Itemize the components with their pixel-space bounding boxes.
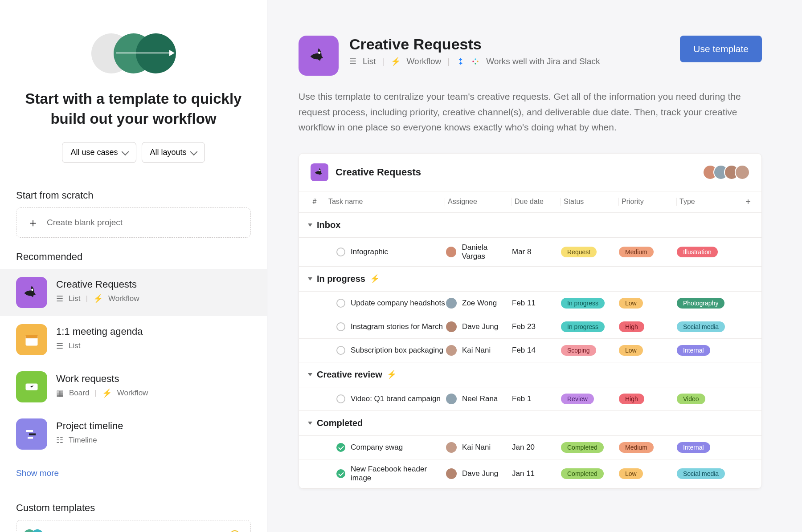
table-header: # Task name Assignee Due date Status Pri…: [299, 191, 761, 213]
template-meta: ☷Timeline: [56, 435, 251, 445]
due-date-cell[interactable]: Jan 11: [512, 469, 561, 478]
layout-icon: ☰: [56, 341, 63, 351]
status-pill[interactable]: Request: [561, 247, 597, 257]
status-pill[interactable]: Completed: [561, 442, 604, 453]
due-date-cell[interactable]: Jan 20: [512, 443, 561, 452]
layout-icon: ☰: [56, 294, 63, 304]
template-icon: [16, 418, 47, 450]
section-header[interactable]: Inbox: [299, 213, 761, 238]
table-row[interactable]: Instagram stories for MarchDave JungFeb …: [299, 315, 761, 339]
svg-rect-4: [26, 430, 33, 432]
table-row[interactable]: InfographicDaniela VargasMar 8RequestMed…: [299, 238, 761, 267]
type-pill[interactable]: Photography: [677, 298, 724, 309]
assignee-cell[interactable]: Dave Jung: [445, 321, 512, 333]
assignee-cell[interactable]: Kai Nani: [445, 441, 512, 454]
template-item[interactable]: Work requests▦Board|⚡Workflow: [0, 363, 267, 410]
avatar: [445, 344, 458, 357]
assignee-cell[interactable]: Daniela Vargas: [445, 243, 512, 261]
type-pill[interactable]: Internal: [677, 442, 710, 453]
project-title: Creative Requests: [336, 167, 700, 178]
task-name: Instagram stories for March: [351, 322, 443, 331]
section-header[interactable]: Creative review⚡: [299, 362, 761, 387]
priority-pill[interactable]: High: [619, 394, 644, 404]
create-custom-template-button[interactable]: Create and share your own project: [16, 520, 251, 532]
status-pill[interactable]: Review: [561, 394, 594, 404]
template-name: 1:1 meeting agenda: [56, 326, 251, 337]
avatar: [445, 246, 457, 258]
filter-layouts[interactable]: All layouts: [142, 142, 205, 163]
priority-pill[interactable]: Medium: [619, 442, 654, 453]
complete-checkbox[interactable]: [336, 443, 345, 452]
table-row[interactable]: New Facebook header imageDave JungJan 11…: [299, 459, 761, 488]
member-avatars[interactable]: [707, 165, 750, 180]
complete-checkbox[interactable]: [336, 394, 345, 403]
complete-checkbox[interactable]: [336, 299, 345, 308]
due-date-cell[interactable]: Feb 11: [512, 299, 561, 308]
hero-title: Start with a template to quickly build o…: [18, 89, 249, 129]
type-pill[interactable]: Social media: [677, 468, 725, 479]
filter-usecases[interactable]: All use cases: [62, 142, 136, 163]
type-pill[interactable]: Internal: [677, 345, 710, 356]
assignee-cell[interactable]: Kai Nani: [445, 344, 512, 357]
show-more-link[interactable]: Show more: [0, 458, 267, 489]
type-pill[interactable]: Video: [677, 394, 705, 404]
template-name: Project timeline: [56, 420, 251, 432]
svg-point-12: [319, 170, 320, 171]
type-pill[interactable]: Social media: [677, 321, 725, 332]
bolt-icon: ⚡: [370, 274, 380, 284]
jira-icon: [456, 57, 465, 66]
svg-point-0: [31, 289, 33, 291]
table-row[interactable]: Update company headshotsZoe WongFeb 11In…: [299, 292, 761, 315]
type-pill[interactable]: Illustration: [677, 247, 718, 257]
template-meta: ☰List|⚡Workflow: [56, 294, 251, 304]
priority-pill[interactable]: Low: [619, 345, 643, 356]
status-pill[interactable]: Completed: [561, 468, 604, 479]
assignee-cell[interactable]: Zoe Wong: [445, 297, 512, 309]
complete-checkbox[interactable]: [336, 322, 345, 331]
svg-rect-2: [26, 335, 38, 339]
table-row[interactable]: Company swagKai NaniJan 20CompletedMediu…: [299, 436, 761, 459]
template-item[interactable]: Project timeline☷Timeline: [0, 410, 267, 458]
status-pill[interactable]: Scoping: [561, 345, 596, 356]
complete-checkbox[interactable]: [336, 469, 345, 478]
priority-pill[interactable]: Low: [619, 468, 643, 479]
complete-checkbox[interactable]: [336, 346, 345, 355]
hero: Start with a template to quickly build o…: [0, 0, 267, 176]
template-item[interactable]: Creative Requests☰List|⚡Workflow: [0, 269, 267, 316]
due-date-cell[interactable]: Feb 23: [512, 322, 561, 331]
avatar-icon: [32, 529, 43, 532]
table-row[interactable]: Video: Q1 brand campaignNeel RanaFeb 1Re…: [299, 387, 761, 411]
status-pill[interactable]: In progress: [561, 321, 605, 332]
svg-rect-6: [28, 437, 33, 439]
recommended-label: Recommended: [0, 251, 267, 263]
complete-checkbox[interactable]: [336, 248, 345, 256]
template-meta: ☰List: [56, 341, 251, 351]
due-date-cell[interactable]: Feb 1: [512, 394, 561, 403]
scratch-label: Start from scratch: [0, 190, 267, 201]
priority-pill[interactable]: Low: [619, 298, 643, 309]
lightbulb-icon: [230, 530, 240, 532]
task-name: Infographic: [351, 248, 388, 256]
assignee-cell[interactable]: Dave Jung: [445, 467, 512, 480]
section-header[interactable]: In progress⚡: [299, 267, 761, 292]
status-pill[interactable]: In progress: [561, 298, 605, 309]
priority-pill[interactable]: Medium: [619, 247, 654, 257]
priority-pill[interactable]: High: [619, 321, 644, 332]
add-column-button[interactable]: +: [739, 197, 757, 207]
avatar: [445, 441, 458, 454]
use-template-button[interactable]: Use template: [680, 36, 762, 62]
bolt-icon: ⚡: [387, 370, 397, 379]
caret-down-icon: [308, 422, 312, 425]
due-date-cell[interactable]: Mar 8: [512, 248, 561, 256]
due-date-cell[interactable]: Feb 14: [512, 346, 561, 355]
assignee-cell[interactable]: Neel Rana: [445, 393, 512, 405]
template-icon: [16, 324, 47, 355]
template-item[interactable]: 1:1 meeting agenda☰List: [0, 316, 267, 363]
table-row[interactable]: Subscription box packagingKai NaniFeb 14…: [299, 339, 761, 362]
template-description: Use this template to centralize your tea…: [299, 89, 762, 135]
rocket-icon: [310, 47, 327, 65]
create-blank-project-button[interactable]: ＋ Create blank project: [16, 207, 251, 238]
project-icon: [311, 163, 328, 181]
template-sidebar: Start with a template to quickly build o…: [0, 0, 267, 532]
section-header[interactable]: Completed: [299, 411, 761, 436]
